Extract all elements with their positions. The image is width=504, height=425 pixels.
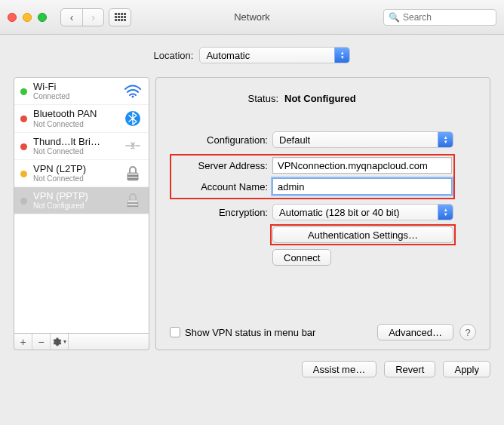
authentication-settings-button[interactable]: Authentication Settings…	[272, 226, 453, 243]
location-label: Location:	[154, 50, 194, 61]
sidebar-tools: + − ▾	[14, 334, 149, 350]
server-address-input[interactable]	[272, 157, 452, 174]
sidebar-item-subtitle: Not Connected	[33, 174, 101, 183]
grid-icon	[115, 13, 126, 21]
zoom-window-button[interactable]	[38, 13, 47, 22]
svg-point-0	[132, 95, 134, 97]
window-titlebar: ‹ › Network 🔍	[0, 0, 504, 35]
encryption-label: Encryption:	[170, 207, 268, 218]
chevron-down-icon: ▾	[63, 338, 66, 345]
encryption-row: Encryption: Automatic (128 bit or 40 bit…	[170, 204, 476, 220]
footer-buttons: Assist me… Revert Apply	[14, 361, 490, 377]
location-value: Automatic	[206, 50, 250, 61]
connect-button[interactable]: Connect	[272, 249, 331, 266]
assist-me-button[interactable]: Assist me…	[302, 361, 376, 377]
status-label: Status:	[180, 93, 278, 104]
show-vpn-status-label: Show VPN status in menu bar	[185, 327, 315, 338]
status-row: Status: Not Configured	[170, 93, 476, 104]
server-address-label: Server Address:	[173, 160, 268, 171]
wifi-icon	[123, 83, 143, 100]
status-dot-icon	[20, 171, 27, 177]
detail-bottom-row: Show VPN status in menu bar Advanced… ?	[170, 324, 476, 340]
configuration-select[interactable]: Default	[272, 131, 453, 148]
server-address-row: Server Address:	[173, 157, 452, 174]
location-row: Location: Automatic	[14, 47, 490, 63]
location-select[interactable]: Automatic	[199, 47, 350, 63]
forward-button[interactable]: ›	[82, 9, 103, 26]
status-dot-icon	[20, 143, 27, 150]
remove-service-button[interactable]: −	[32, 334, 51, 350]
help-button[interactable]: ?	[459, 324, 476, 340]
close-window-button[interactable]	[8, 13, 17, 22]
highlight-server-account: Server Address: Account Name:	[170, 154, 455, 199]
sidebar-item-subtitle: Connected	[33, 92, 101, 100]
account-name-input[interactable]	[272, 178, 452, 195]
sidebar-item-title: VPN (L2TP)	[33, 164, 101, 174]
dropdown-arrows-icon	[438, 132, 453, 147]
search-field-wrap[interactable]: 🔍	[383, 9, 496, 26]
sidebar-item-subtitle: Not Configured	[33, 202, 101, 210]
lock-icon	[123, 192, 143, 209]
back-button[interactable]: ‹	[61, 9, 82, 26]
add-service-button[interactable]: +	[14, 334, 32, 350]
network-services-list: Wi-Fi Connected Bluetooth PAN Not Connec…	[14, 77, 149, 334]
sidebar-item-wifi[interactable]: Wi-Fi Connected	[14, 78, 149, 105]
sidebar-item-bluetooth[interactable]: Bluetooth PAN Not Connected	[14, 105, 149, 132]
account-name-row: Account Name:	[173, 178, 452, 195]
gear-icon	[53, 337, 62, 346]
show-all-prefs-button[interactable]	[109, 8, 131, 26]
advanced-button[interactable]: Advanced…	[377, 324, 453, 340]
sidebar-item-subtitle: Not Connected	[33, 120, 101, 128]
status-dot-icon	[20, 88, 27, 95]
dropdown-arrows-icon	[334, 48, 349, 63]
sidebar-item-vpn-pptp[interactable]: VPN (PPTP) Not Configured	[14, 187, 149, 214]
nav-back-forward: ‹ ›	[60, 8, 104, 26]
highlight-auth-settings: Authentication Settings…	[272, 226, 453, 243]
bluetooth-icon	[123, 110, 143, 127]
window-traffic-lights	[8, 13, 47, 22]
configuration-label: Configuration:	[170, 134, 268, 146]
sidebar-item-title: Thund…lt Bridge	[33, 137, 101, 147]
search-icon: 🔍	[389, 12, 400, 23]
show-vpn-status-checkbox[interactable]	[170, 327, 180, 337]
service-actions-menu[interactable]: ▾	[51, 334, 69, 350]
ethernet-icon	[123, 137, 143, 154]
lock-icon	[123, 165, 143, 182]
configuration-value: Default	[279, 134, 310, 146]
status-dot-icon	[20, 198, 27, 205]
sidebar-item-title: VPN (PPTP)	[33, 191, 101, 202]
sidebar-item-title: Bluetooth PAN	[33, 109, 101, 119]
sidebar-item-thunderbolt[interactable]: Thund…lt Bridge Not Connected	[14, 133, 149, 160]
status-dot-icon	[20, 115, 27, 122]
sidebar-item-vpn-l2tp[interactable]: VPN (L2TP) Not Connected	[14, 160, 149, 187]
sidebar-item-subtitle: Not Connected	[33, 147, 101, 156]
encryption-value: Automatic (128 bit or 40 bit)	[279, 207, 400, 218]
minimize-window-button[interactable]	[23, 13, 32, 22]
account-name-label: Account Name:	[173, 181, 268, 192]
search-input[interactable]	[403, 12, 491, 23]
apply-button[interactable]: Apply	[443, 361, 490, 377]
detail-pane: Status: Not Configured Configuration: De…	[155, 77, 490, 350]
revert-button[interactable]: Revert	[384, 361, 435, 377]
dropdown-arrows-icon	[438, 205, 453, 220]
auth-settings-row: Authentication Settings…	[170, 226, 476, 243]
connect-row: Connect	[170, 249, 476, 266]
status-value: Not Configured	[284, 93, 466, 104]
encryption-select[interactable]: Automatic (128 bit or 40 bit)	[272, 204, 453, 220]
sidebar-item-title: Wi-Fi	[33, 82, 101, 92]
configuration-row: Configuration: Default	[170, 131, 476, 148]
